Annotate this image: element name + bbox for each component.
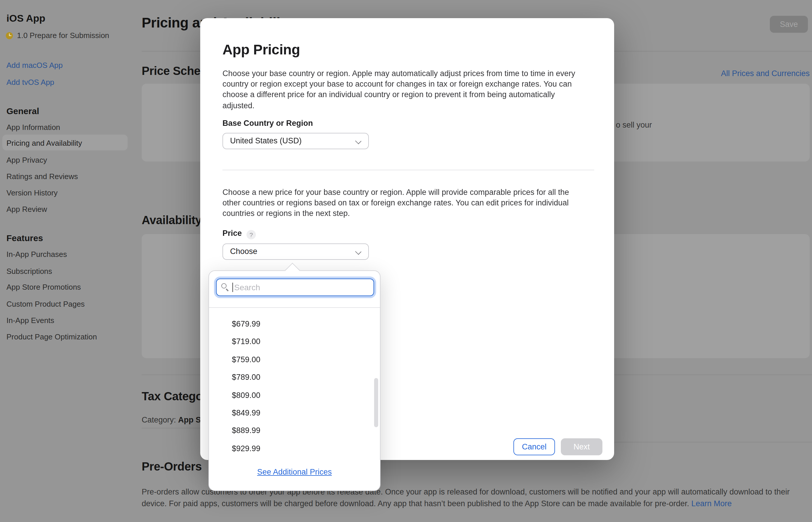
price-intro-text: Choose a new price for your base country… xyxy=(222,187,597,219)
intro-line: choose a different price for an individu… xyxy=(222,90,597,100)
popover-scrollbar-thumb[interactable] xyxy=(374,378,378,427)
tax-divider-right xyxy=(614,442,812,442)
tax-divider-left xyxy=(142,428,200,428)
modal-divider xyxy=(222,170,594,170)
add-tvos-app-link[interactable]: Add tvOS App xyxy=(6,78,54,87)
search-field-wrap xyxy=(216,279,374,296)
price-label: Price? xyxy=(222,229,256,239)
price-select[interactable]: Choose xyxy=(222,243,369,260)
price-select-value: Choose xyxy=(230,247,257,256)
sidebar-item-product-page-optimization[interactable]: Product Page Optimization xyxy=(6,333,97,341)
sidebar-item-pricing-and-availability[interactable]: Pricing and Availability xyxy=(6,139,82,147)
price-option[interactable]: $679.99 xyxy=(209,316,380,333)
price-intro-line: Choose a new price for your base country… xyxy=(222,187,597,198)
schedule-text-fragment: o sell your xyxy=(616,121,652,129)
next-button[interactable]: Next xyxy=(561,438,602,455)
category-label: Category: xyxy=(142,416,176,424)
chevron-down-icon xyxy=(355,248,361,255)
sidebar-section-features: Features xyxy=(6,233,43,243)
sidebar-item-in-app-events[interactable]: In-App Events xyxy=(6,316,54,325)
app-store-connect-screen: iOS App 1.0 Prepare for Submission Add m… xyxy=(0,0,812,522)
pre-orders-heading: Pre-Orders xyxy=(142,460,202,474)
text-cursor xyxy=(233,283,233,292)
price-option[interactable]: $849.99 xyxy=(209,404,380,422)
clock-icon xyxy=(6,32,13,39)
price-option-list: $679.99 $719.00 $759.00 $789.00 $809.00 … xyxy=(209,316,380,458)
chevron-down-icon xyxy=(355,138,361,144)
search-icon xyxy=(221,283,230,292)
learn-more-link[interactable]: Learn More xyxy=(691,499,732,508)
sidebar-item-app-store-promotions[interactable]: App Store Promotions xyxy=(6,283,81,292)
popover-divider xyxy=(209,307,380,308)
base-country-value: United States (USD) xyxy=(230,136,302,145)
search-input[interactable] xyxy=(216,279,374,296)
version-status-label: 1.0 Prepare for Submission xyxy=(17,31,109,40)
sidebar-item-custom-product-pages[interactable]: Custom Product Pages xyxy=(6,300,85,308)
price-intro-line: other countries or regions based on tax … xyxy=(222,198,597,208)
help-icon[interactable]: ? xyxy=(246,230,256,239)
save-button[interactable]: Save xyxy=(770,16,808,33)
sidebar-item-version-history[interactable]: Version History xyxy=(6,188,58,197)
sidebar-item-ratings-and-reviews[interactable]: Ratings and Reviews xyxy=(6,172,78,181)
all-prices-and-currencies-link[interactable]: All Prices and Currencies xyxy=(721,69,810,78)
sidebar-item-app-information[interactable]: App Information xyxy=(6,123,60,132)
intro-line: adjusted. xyxy=(222,100,597,111)
intro-line: country or region except your base to ac… xyxy=(222,79,597,89)
price-intro-line: countries or regions in the next step. xyxy=(222,208,597,219)
price-option[interactable]: $809.00 xyxy=(209,386,380,404)
cancel-button[interactable]: Cancel xyxy=(513,438,555,455)
availability-heading: Availability xyxy=(142,214,202,227)
modal-intro-text: Choose your base country or region. Appl… xyxy=(222,68,597,111)
price-label-text: Price xyxy=(222,229,242,238)
sidebar-item-app-privacy[interactable]: App Privacy xyxy=(6,156,47,164)
base-country-select[interactable]: United States (USD) xyxy=(222,133,369,149)
see-additional-prices-link[interactable]: See Additional Prices xyxy=(209,467,380,476)
price-dropdown-popover: $679.99 $719.00 $759.00 $789.00 $809.00 … xyxy=(209,270,380,491)
pre-orders-line2: device. For paid apps, customers will be… xyxy=(142,499,689,508)
price-option[interactable]: $759.00 xyxy=(209,351,380,369)
price-option[interactable]: $889.99 xyxy=(209,422,380,440)
sidebar-section-general: General xyxy=(6,106,39,116)
base-country-label: Base Country or Region xyxy=(222,119,313,127)
price-option[interactable]: $719.00 xyxy=(209,333,380,351)
modal-title: App Pricing xyxy=(222,42,300,58)
sidebar-item-subscriptions[interactable]: Subscriptions xyxy=(6,267,52,276)
version-status: 1.0 Prepare for Submission xyxy=(6,31,109,40)
sidebar-app-title: iOS App xyxy=(6,13,45,25)
add-macos-app-link[interactable]: Add macOS App xyxy=(6,61,63,69)
intro-line: Choose your base country or region. Appl… xyxy=(222,68,597,79)
sidebar: iOS App 1.0 Prepare for Submission Add m… xyxy=(0,0,133,522)
sidebar-item-in-app-purchases[interactable]: In-App Purchases xyxy=(6,250,67,259)
price-option[interactable]: $789.00 xyxy=(209,369,380,386)
tax-category-row: Category: App S xyxy=(142,416,201,424)
sidebar-item-app-review[interactable]: App Review xyxy=(6,205,47,214)
price-option[interactable]: $929.99 xyxy=(209,440,380,458)
category-value: App S xyxy=(178,416,201,424)
